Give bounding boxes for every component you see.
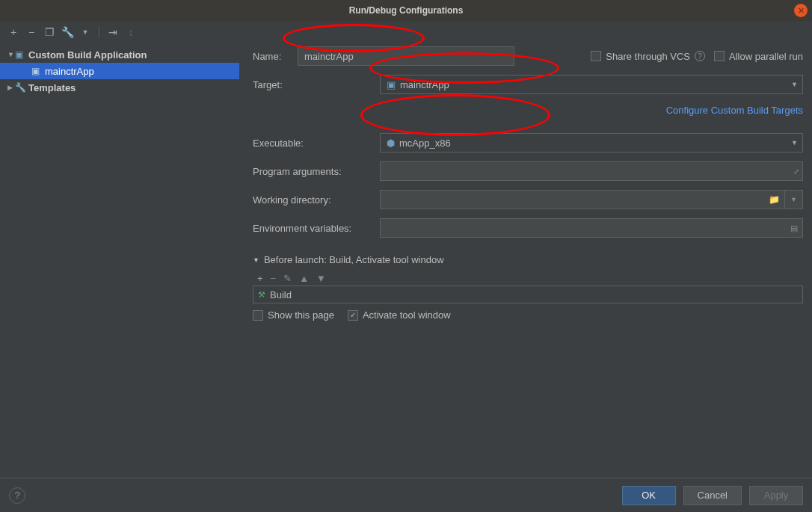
build-label: Build xyxy=(270,289,292,300)
wrench-icon[interactable]: 🔧 xyxy=(61,26,73,38)
tree-label: Custom Build Application xyxy=(28,49,147,61)
program-args-label: Program arguments: xyxy=(253,166,380,177)
chevron-down-icon[interactable]: ▼ xyxy=(784,191,802,209)
separator xyxy=(99,26,99,38)
apply-button[interactable]: Apply xyxy=(749,486,803,505)
expand-icon[interactable]: ⤢ xyxy=(793,167,799,176)
move-down-icon[interactable]: ▼ xyxy=(316,273,326,284)
help-icon[interactable]: ? xyxy=(695,51,705,61)
titlebar: Run/Debug Configurations ✕ xyxy=(0,0,812,21)
add-icon[interactable]: + xyxy=(7,26,19,38)
chevron-down-icon: ▼ xyxy=(253,256,259,264)
app-icon: ▣ xyxy=(31,66,45,76)
before-launch-list: ⚒ Build xyxy=(253,286,803,303)
working-dir-label: Working directory: xyxy=(253,194,380,206)
activate-tool-window-label: Activate tool window xyxy=(363,309,451,321)
share-vcs-label: Share through VCS xyxy=(606,51,690,62)
help-icon[interactable]: ? xyxy=(9,487,25,504)
config-tree: ▼ ▣ Custom Build Application ▣ mainctrAp… xyxy=(0,43,239,477)
tree-mainctrapp[interactable]: ▣ mainctrApp xyxy=(0,63,239,79)
target-dropdown[interactable]: ▣ mainctrApp ▼ xyxy=(380,75,803,94)
executable-label: Executable: xyxy=(253,138,380,149)
binary-icon: ⬢ xyxy=(387,138,395,149)
working-dir-input[interactable]: 📁 ▼ xyxy=(380,190,803,209)
name-label: Name: xyxy=(253,51,298,62)
config-toolbar: + − ❐ 🔧 ▼ ⇥ ↕ xyxy=(0,21,812,43)
ok-button[interactable]: OK xyxy=(622,486,676,505)
before-launch-title: Before launch: Build, Activate tool wind… xyxy=(264,254,444,265)
show-this-page-label: Show this page xyxy=(268,309,334,321)
close-icon[interactable]: ✕ xyxy=(794,4,808,17)
wrench-icon: 🔧 xyxy=(15,82,28,93)
chevron-right-icon: ▶ xyxy=(7,84,15,91)
activate-tool-window-checkbox[interactable]: Activate tool window xyxy=(348,309,451,321)
move-up-icon[interactable]: ▲ xyxy=(299,273,309,284)
name-input[interactable] xyxy=(298,46,514,66)
checkbox-icon xyxy=(253,310,263,321)
edit-icon[interactable]: ✎ xyxy=(283,273,292,284)
sort-icon[interactable]: ↕ xyxy=(125,26,137,38)
checkbox-icon xyxy=(348,310,358,321)
app-icon: ▣ xyxy=(387,79,396,90)
allow-parallel-checkbox[interactable]: Allow parallel run xyxy=(714,51,803,62)
before-launch-toolbar: + − ✎ ▲ ▼ xyxy=(253,271,803,286)
tree-custom-build-app[interactable]: ▼ ▣ Custom Build Application xyxy=(0,46,239,63)
chevron-down-icon: ▼ xyxy=(791,139,798,146)
target-value: mainctrApp xyxy=(400,79,449,90)
target-label: Target: xyxy=(253,79,380,90)
checkbox-icon xyxy=(714,51,725,61)
window-title: Run/Debug Configurations xyxy=(349,5,464,16)
executable-value: mcApp_x86 xyxy=(399,138,451,149)
tree-label: Templates xyxy=(28,82,76,93)
chevron-down-icon[interactable]: ▼ xyxy=(79,28,91,36)
remove-icon[interactable]: − xyxy=(25,26,37,38)
tree-label: mainctrApp xyxy=(45,66,94,77)
folder-move-icon[interactable]: ⇥ xyxy=(107,26,119,38)
dialog-footer: ? OK Cancel Apply xyxy=(0,478,812,512)
configure-targets-link[interactable]: Configure Custom Build Targets xyxy=(666,105,803,116)
chevron-down-icon: ▼ xyxy=(791,81,798,88)
chevron-down-icon: ▼ xyxy=(7,51,15,58)
hammer-icon: ⚒ xyxy=(258,290,265,300)
before-launch-section[interactable]: ▼ Before launch: Build, Activate tool wi… xyxy=(253,254,803,265)
copy-icon[interactable]: ❐ xyxy=(43,26,55,38)
add-icon[interactable]: + xyxy=(257,273,263,284)
program-args-input[interactable]: ⤢ xyxy=(380,161,803,181)
executable-dropdown[interactable]: ⬢ mcApp_x86 ▼ xyxy=(380,133,803,152)
main-area: ▼ ▣ Custom Build Application ▣ mainctrAp… xyxy=(0,43,812,477)
allow-parallel-label: Allow parallel run xyxy=(729,51,803,62)
list-icon[interactable]: ▤ xyxy=(790,223,798,233)
remove-icon[interactable]: − xyxy=(271,273,277,284)
env-vars-input[interactable]: ▤ xyxy=(380,218,803,238)
checkbox-icon xyxy=(591,51,601,61)
tree-templates[interactable]: ▶ 🔧 Templates xyxy=(0,79,239,96)
cancel-button[interactable]: Cancel xyxy=(683,486,742,505)
folder-icon[interactable]: 📁 xyxy=(769,194,780,205)
share-vcs-checkbox[interactable]: Share through VCS ? xyxy=(591,51,705,62)
env-vars-label: Environment variables: xyxy=(253,223,380,234)
show-this-page-checkbox[interactable]: Show this page xyxy=(253,309,334,321)
config-form: Name: Share through VCS ? Allow parallel… xyxy=(239,43,812,477)
app-icon: ▣ xyxy=(15,49,28,60)
build-task-item[interactable]: ⚒ Build xyxy=(253,286,802,303)
